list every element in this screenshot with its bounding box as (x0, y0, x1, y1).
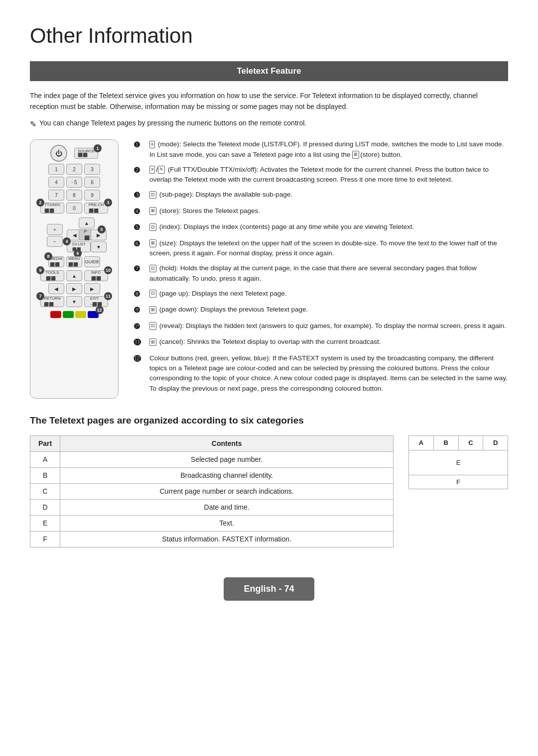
desc-text-3: ⊡ (sub-page): Displays the available sub… (149, 190, 508, 200)
desc-item-7: ❼ ⊡ (hold): Holds the display at the cur… (134, 263, 508, 284)
num-row-1: 1 2 3 (34, 164, 114, 175)
guide-button[interactable]: GUIDE (84, 256, 100, 267)
desc-item-5: ❺ ⊡ (index): Displays the index (content… (134, 222, 508, 233)
row-a-content: Selected page number. (60, 452, 394, 468)
desc-text-10: ⊡ (reveal): Displays the hidden text (an… (149, 321, 508, 331)
tools-info-row: TOOLS⬛⬛ 9 ▲ INFO⬛⬛ 10 (34, 270, 114, 281)
btn-0[interactable]: 0 (66, 203, 82, 214)
row-a-part: A (30, 452, 60, 468)
table-row: B Broadcasting channel identity. (30, 468, 394, 484)
arrow-row: ◀ ▶ ▶ (34, 283, 114, 294)
col-part: Part (30, 436, 60, 452)
btn-2[interactable]: 2 (66, 164, 82, 175)
ttx-row: TTX/MIX⬛⬛ 2 0 PRE-CH⬛⬛ 3 (34, 203, 114, 214)
row-d-content: Date and time. (60, 500, 394, 516)
table-area: Part Contents A Selected page number. B … (30, 435, 508, 547)
desc-text-7: ⊡ (hold): Holds the display at the curre… (149, 263, 508, 284)
return-button[interactable]: RETURN⬛⬛ (40, 296, 64, 307)
desc-text-4: ⊞ (store): Stores the Teletext pages. (149, 206, 508, 216)
desc-num-10: ❿ (134, 321, 144, 332)
nav-up[interactable]: ▲ (79, 217, 95, 228)
power-button[interactable]: ⏻ (50, 145, 67, 162)
desc-num-9: ❾ (134, 305, 144, 316)
abcd-diagram: A B C D E F (408, 435, 508, 489)
source-button[interactable]: SOURCE⬛⬛ 1 (74, 148, 98, 159)
play-button[interactable]: ▶ (66, 283, 82, 294)
btn-8[interactable]: 8 (66, 190, 82, 201)
vol-dn[interactable]: − (47, 236, 63, 247)
badge-12: 12 (96, 306, 104, 314)
desc-text-5: ⊡ (index): Displays the index (contents)… (149, 222, 508, 232)
row-f-content: Status information. FASTEXT information. (60, 532, 394, 547)
descriptions-list: ❶ ≡ (mode): Selects the Teletext mode (L… (134, 139, 508, 399)
desc-text-8: ⊡ (page up): Displays the next Teletext … (149, 289, 508, 299)
tools-button[interactable]: TOOLS⬛⬛ (40, 270, 64, 281)
intro-text: The index page of the Teletext service g… (30, 90, 508, 112)
row-e-part: E (30, 516, 60, 532)
btn-9[interactable]: 9 (84, 190, 100, 201)
desc-item-8: ❽ ⊡ (page up): Displays the next Teletex… (134, 289, 508, 300)
nav-down[interactable]: ▼ (91, 241, 107, 252)
left-arrow[interactable]: ◀ (48, 283, 64, 294)
btn-6[interactable]: 6 (84, 177, 100, 188)
desc-item-6: ❻ ⊞ (size): Displays the teletext on the… (134, 238, 508, 259)
abcd-d: D (483, 436, 508, 450)
content-table: Part Contents A Selected page number. B … (30, 435, 394, 547)
desc-item-9: ❾ ⊞ (page down): Displays the previous T… (134, 305, 508, 316)
btn-1[interactable]: 1 (48, 164, 64, 175)
remote-control: ⏻ SOURCE⬛⬛ 1 1 2 3 4 · 5 6 7 8 9 (30, 139, 119, 399)
table-section-title: The Teletext pages are organized accordi… (30, 414, 508, 428)
source-label: SOURCE⬛⬛ (78, 149, 95, 157)
row-c-content: Current page number or search indication… (60, 484, 394, 500)
table-row: F Status information. FASTEXT informatio… (30, 532, 394, 547)
badge-10: 10 (104, 266, 112, 274)
up-button[interactable]: ▲ (66, 270, 82, 281)
desc-item-2: ❷ ≡/✎ (Full TTX/Double TTX/mix/off): Act… (134, 165, 508, 185)
num-row-3: 7 8 9 (34, 190, 114, 201)
desc-text-9: ⊞ (page down): Displays the previous Tel… (149, 305, 508, 315)
red-button[interactable] (50, 311, 61, 318)
footer-badge: English - 74 (224, 577, 314, 601)
badge-3: 3 (104, 199, 112, 207)
remote-top-row: ⏻ SOURCE⬛⬛ 1 (34, 145, 114, 162)
badge-1: 1 (94, 144, 102, 152)
desc-text-12: Colour buttons (red, green, yellow, blue… (149, 353, 508, 394)
desc-num-6: ❻ (134, 238, 144, 250)
desc-item-11: ⓫ ⊞ (cancel): Shrinks the Teletext displ… (134, 337, 508, 348)
col-contents: Contents (60, 436, 394, 452)
btn-4[interactable]: 4 (48, 177, 64, 188)
desc-num-5: ❺ (134, 222, 144, 233)
tip-content: You can change Teletext pages by pressin… (39, 118, 306, 128)
desc-item-1: ❶ ≡ (mode): Selects the Teletext mode (L… (134, 139, 508, 160)
btn-7[interactable]: 7 (48, 190, 64, 201)
yellow-button[interactable] (75, 311, 86, 318)
desc-num-3: ❸ (134, 190, 144, 201)
desc-num-1: ❶ (134, 139, 144, 151)
table-row: D Date and time. (30, 500, 394, 516)
btn-3[interactable]: 3 (84, 164, 100, 175)
desc-item-4: ❹ ⊞ (store): Stores the Teletext pages. (134, 206, 508, 217)
desc-item-3: ❸ ⊡ (sub-page): Displays the available s… (134, 190, 508, 201)
desc-item-12: ⓬ Colour buttons (red, green, yellow, bl… (134, 353, 508, 394)
abcd-row-f: F (409, 475, 508, 489)
vol-up[interactable]: + (47, 224, 63, 235)
desc-text-1: ≡ (mode): Selects the Teletext mode (LIS… (149, 139, 508, 160)
row-b-content: Broadcasting channel identity. (60, 468, 394, 484)
desc-num-2: ❷ (134, 165, 144, 176)
ttx-mix-button[interactable]: TTX/MIX⬛⬛ (40, 203, 64, 214)
desc-num-7: ❼ (134, 263, 144, 275)
desc-num-12: ⓬ (134, 353, 144, 365)
badge-11: 11 (104, 292, 112, 300)
abcd-b: B (433, 436, 458, 450)
right-arrow2[interactable]: ▶ (84, 283, 100, 294)
row-b-part: B (30, 468, 60, 484)
green-button[interactable] (63, 311, 74, 318)
section-header: Teletext Feature (30, 61, 508, 81)
abcd-a: A (409, 436, 434, 450)
btn-5[interactable]: · 5 (66, 177, 82, 188)
menu-button[interactable]: MENU⬛⬛ (66, 256, 82, 267)
abcd-row-e: E (409, 450, 508, 475)
media-menu-row: MEDIA⬛⬛ 8 MENU⬛⬛ GUIDE (34, 256, 114, 267)
down-button[interactable]: ▼ (66, 296, 82, 307)
table-row: E Text. (30, 516, 394, 532)
